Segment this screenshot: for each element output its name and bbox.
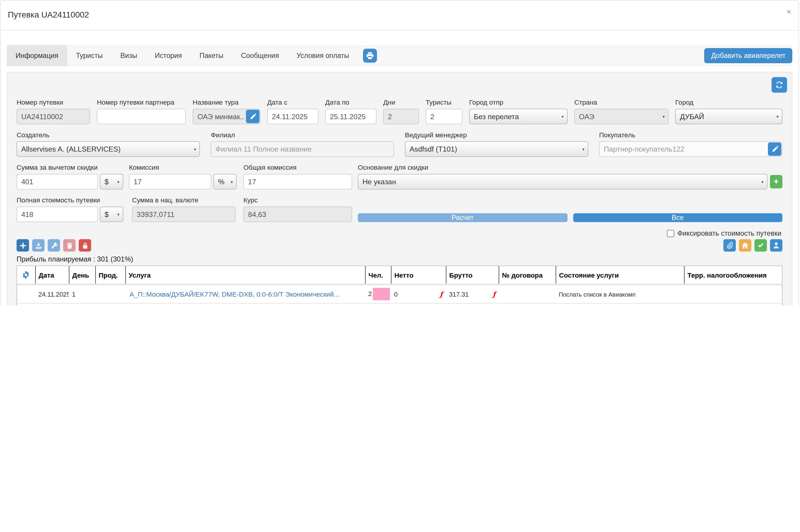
commission-field[interactable] [129, 174, 211, 189]
lock-service-button[interactable] [79, 239, 91, 252]
form-row-2: Создатель Allservises A. (ALLSERVICES)▼ … [17, 131, 782, 157]
download-service-button[interactable] [32, 239, 44, 252]
tourists-assign-button[interactable] [770, 239, 782, 252]
creator-select[interactable]: Allservises A. (ALLSERVICES)▼ [17, 141, 200, 157]
table-row: 24.11.2025 1 1 HOTEL::ДУБАЙ/Address Beac… [17, 303, 782, 306]
pencil-icon [249, 113, 256, 120]
col-header-service: Услуга [126, 266, 365, 284]
col-header-contract: № договора [498, 266, 556, 284]
check-icon [757, 242, 764, 249]
add-flight-button[interactable]: Добавить авиаперелет [704, 48, 792, 63]
tour-name-label: Название тура [193, 98, 261, 106]
col-header-net: Нетто [391, 266, 446, 284]
edit-tour-button[interactable] [246, 110, 259, 123]
refresh-button[interactable] [772, 77, 787, 93]
attachments-button[interactable] [723, 239, 736, 252]
chevron-down-icon: ▼ [193, 142, 197, 157]
amount-currency-value: $ [104, 177, 109, 186]
chevron-down-icon: ▼ [582, 142, 585, 157]
city-value: ДУБАЙ [680, 112, 704, 121]
lock-icon [81, 242, 88, 249]
rate-label: Курс [244, 196, 352, 204]
tab-packages[interactable]: Пакеты [191, 45, 232, 66]
service-link[interactable]: А_П::Москва/ДУБАЙ/EK77W, DME-DXB, 0:0-6:… [129, 290, 339, 298]
full-price-field[interactable] [17, 207, 98, 222]
chevron-down-icon: ▼ [761, 174, 764, 190]
add-discount-reason-button[interactable]: + [770, 175, 782, 188]
branch-field [211, 141, 394, 157]
cell-tax [684, 284, 782, 303]
amount-currency-select[interactable]: $▼ [100, 174, 123, 189]
tab-information[interactable]: Информация [7, 45, 67, 66]
chevron-down-icon: ▼ [230, 174, 233, 190]
home-icon [741, 242, 748, 249]
delete-service-button[interactable] [63, 239, 76, 252]
gear-icon[interactable] [22, 271, 30, 279]
chevron-down-icon: ▼ [776, 109, 779, 125]
all-button[interactable]: Все [573, 213, 782, 222]
col-header-gross: Брутто [446, 266, 499, 284]
discount-reason-label: Основание для скидки [358, 164, 767, 171]
national-amount-label: Сумма в нац. валюте [132, 196, 235, 204]
date-to-field[interactable] [325, 109, 376, 124]
chevron-down-icon: ▼ [561, 109, 564, 125]
commission-unit-value: % [218, 177, 225, 186]
cell-date: 24.11.2025 [35, 303, 69, 306]
departure-city-value: Без перелета [474, 112, 519, 121]
city-select[interactable]: ДУБАЙ▼ [675, 109, 782, 124]
discount-reason-select[interactable]: Не указан▼ [358, 174, 767, 189]
tab-tourists[interactable]: Туристы [67, 45, 112, 66]
cell-gross: 317.31 [449, 291, 469, 298]
col-header-date: Дата [35, 266, 69, 284]
pax-highlight [373, 288, 390, 300]
table-row: 24.11.2025 1 А_П::Москва/ДУБАЙ/EK77W, DM… [17, 284, 782, 303]
tab-bar: Информация Туристы Визы История Пакеты С… [7, 45, 792, 66]
cell-net: 0 [394, 291, 398, 298]
amount-less-discount-field[interactable] [17, 174, 98, 189]
tourists-label: Туристы [426, 98, 462, 106]
buyer-field[interactable] [599, 141, 782, 157]
full-price-currency-value: $ [104, 210, 109, 218]
settings-service-button[interactable] [47, 239, 60, 252]
cell-status: Тестовый_статус [556, 303, 684, 306]
creator-label: Создатель [17, 131, 200, 139]
cell-status: Послать список в Авиакомп [556, 284, 684, 303]
date-from-field[interactable] [267, 109, 318, 124]
fix-price-checkbox[interactable] [667, 229, 674, 236]
rate-field [244, 207, 352, 222]
info-panel: Номер путевки Номер путевки партнера Наз… [7, 72, 792, 306]
total-commission-field[interactable] [244, 174, 352, 189]
services-toolbar [17, 239, 782, 252]
cell-date: 24.11.2025 [35, 284, 69, 303]
planned-profit-text: Прибыль планируемая : 301 (301%) [17, 255, 782, 263]
departure-city-select[interactable]: Без перелета▼ [469, 109, 568, 124]
tab-history[interactable]: История [146, 45, 191, 66]
add-service-button[interactable] [17, 239, 29, 252]
days-label: Дни [383, 98, 419, 106]
tab-payment-terms[interactable]: Условия оплаты [288, 45, 358, 66]
date-to-label: Дата по [325, 98, 376, 106]
chevron-down-icon: ▼ [116, 207, 120, 222]
full-price-currency-select[interactable]: $▼ [100, 207, 123, 222]
edit-buyer-button[interactable] [768, 142, 781, 156]
form-row-1: Номер путевки Номер путевки партнера Наз… [17, 98, 782, 124]
confirm-button[interactable] [755, 239, 767, 252]
lead-manager-select[interactable]: Asdfsdf (T101)▼ [405, 141, 588, 157]
download-icon [35, 242, 42, 249]
fix-price-row: Фиксировать стоимость путевки [17, 229, 782, 237]
print-button[interactable] [363, 49, 377, 63]
commission-unit-select[interactable]: %▼ [213, 174, 236, 189]
tourists-field[interactable] [426, 109, 462, 124]
col-header-status: Состояние услуги [556, 266, 684, 284]
national-amount-field [132, 207, 235, 222]
departure-city-label: Город отпр [469, 98, 568, 106]
partner-voucher-field[interactable] [97, 109, 186, 124]
home-button[interactable] [739, 239, 751, 252]
full-price-label: Полная стоимость путевки [17, 196, 98, 204]
calc-button[interactable]: Расчет [358, 213, 568, 222]
tab-messages[interactable]: Сообщения [232, 45, 288, 66]
close-icon[interactable]: × [786, 8, 791, 16]
tab-visas[interactable]: Визы [112, 45, 146, 66]
cell-day: 1 [69, 303, 95, 306]
services-table: Дата День Прод. Услуга Чел. Нетто Брутто… [17, 266, 782, 306]
